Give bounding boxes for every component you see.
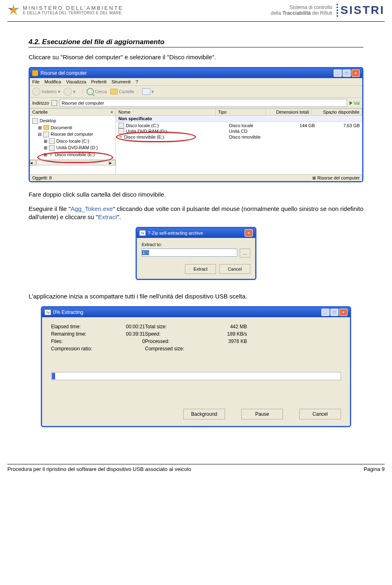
- extract-title: 0% Extracting: [53, 309, 83, 315]
- folders-scrollbar[interactable]: ◂▸: [30, 159, 116, 166]
- extract-close-button[interactable]: ×: [339, 309, 347, 316]
- menu-help[interactable]: ?: [136, 79, 138, 84]
- folders-pane: Cartelle× Desktop ⊞ Documenti ⊟ Risorse …: [30, 109, 116, 174]
- total-label: Total size:: [145, 324, 206, 329]
- list-row-c[interactable]: Disco locale (C:)Disco locale144 GB7,63 …: [116, 123, 362, 128]
- section-heading: 4.2. Esecuzione del file di aggiornament…: [29, 38, 363, 47]
- link-extract: Extract: [98, 213, 117, 220]
- remaining-value: 00:39:31: [104, 331, 145, 337]
- address-label: Indirizzo: [32, 101, 49, 105]
- files-label: Files:: [51, 338, 104, 344]
- col-type[interactable]: Tipo: [216, 109, 266, 115]
- tree-desktop[interactable]: Desktop: [32, 117, 113, 124]
- sfx-titlebar[interactable]: 7z 7-Zip self-extracting archive ×: [137, 228, 255, 238]
- sistri-logo: SISTRI: [336, 4, 385, 17]
- sfx-close-button[interactable]: ×: [245, 229, 253, 237]
- sfx-extract-button[interactable]: Extract: [185, 264, 216, 274]
- sistri-line2: della Tracciabilità dei Rifiuti: [271, 10, 332, 16]
- files-value: 0: [104, 338, 145, 344]
- tree-dvd[interactable]: ⊞ Unità DVD-RAM (D:): [32, 144, 113, 151]
- ministry-line1: MINISTERO DELL'AMBIENTE: [23, 5, 123, 11]
- folders-button[interactable]: Cartelle: [110, 89, 134, 94]
- sfx-title-text: 7-Zip self-extracting archive: [148, 231, 203, 235]
- sistri-block: Sistema di controllo della Tracciabilità…: [271, 4, 385, 17]
- ministry-block: MINISTERO DELL'AMBIENTE E DELLA TUTELA D…: [7, 3, 123, 17]
- back-button[interactable]: Indietro ▾: [32, 87, 60, 96]
- content: 4.2. Esecuzione del file di aggiornament…: [0, 22, 392, 439]
- folders-pane-close-icon[interactable]: ×: [111, 110, 113, 114]
- processed-label: Processed:: [145, 338, 206, 344]
- views-button[interactable]: ▾: [142, 88, 154, 95]
- extract-icon: 7z: [45, 309, 51, 315]
- ministry-logo-icon: [7, 3, 20, 17]
- speed-value: 189 KB/s: [206, 331, 247, 337]
- extract-dialog: 7z 0% Extracting _ □ × Elapsed time:00:0…: [41, 306, 351, 427]
- list-group: Non specificato: [116, 116, 362, 122]
- search-button[interactable]: Cerca: [87, 88, 107, 95]
- explorer-title: Risorse del computer: [40, 70, 87, 76]
- explorer-statusbar: Oggetti: 8 🖥 Risorse del computer: [30, 174, 362, 181]
- sfx-browse-button[interactable]: ...: [240, 249, 250, 258]
- tree-documenti[interactable]: ⊞ Documenti: [32, 124, 113, 131]
- menu-view[interactable]: Visualizza: [66, 79, 86, 84]
- col-dim[interactable]: Dimensioni totali: [266, 109, 312, 115]
- extract-stats: Elapsed time:00:00:21 Total size:442 MB …: [51, 324, 341, 352]
- page-header: MINISTERO DELL'AMBIENTE E DELLA TUTELA D…: [0, 0, 392, 21]
- total-value: 442 MB: [206, 324, 247, 329]
- explorer-menubar: File Modifica Visualizza Preferiti Strum…: [30, 78, 362, 86]
- processed-value: 3976 KB: [206, 338, 247, 344]
- address-input[interactable]: [60, 99, 347, 107]
- sfx-path-input[interactable]: E:\: [142, 249, 237, 257]
- extract-minimize-button[interactable]: _: [321, 309, 330, 316]
- list-row-rimovibile[interactable]: ★Disco rimovibile (E:)Disco rimovibile: [116, 134, 362, 139]
- tree-risorse[interactable]: ⊟ Risorse del computer: [32, 131, 113, 138]
- tree-disco-c[interactable]: ⊞ Disco locale (C:): [32, 138, 113, 145]
- speed-label: Speed:: [145, 331, 206, 337]
- menu-edit[interactable]: Modifica: [45, 79, 61, 84]
- link-agg-token: Agg_Token.exe: [71, 205, 113, 212]
- sfx-icon: 7z: [139, 230, 146, 236]
- status-location: 🖥 Risorse del computer: [312, 175, 360, 180]
- extract-pause-button[interactable]: Pause: [241, 409, 283, 419]
- extract-cancel-button[interactable]: Cancel: [299, 409, 341, 419]
- extract-maximize-button[interactable]: □: [330, 309, 339, 316]
- status-objects: Oggetti: 8: [32, 175, 52, 180]
- explorer-addressbar: Indirizzo Vai: [30, 98, 362, 108]
- paragraph-4: L'applicazione inizia a scompattare tutt…: [29, 292, 363, 300]
- minimize-button[interactable]: _: [334, 69, 342, 77]
- col-free[interactable]: Spazio disponibile: [312, 109, 362, 115]
- close-button[interactable]: ×: [352, 69, 360, 77]
- tree-rimovibile[interactable]: ⊞ ★Disco rimovibile (E:): [32, 151, 113, 158]
- remaining-label: Remaining time:: [51, 331, 104, 337]
- sistri-line1: Sistema di controllo: [271, 4, 332, 10]
- address-icon: [51, 100, 57, 106]
- col-name[interactable]: Nome: [116, 109, 216, 115]
- extract-titlebar[interactable]: 7z 0% Extracting _ □ ×: [42, 307, 350, 317]
- sfx-extract-label: Extract to:: [142, 242, 250, 247]
- forward-button[interactable]: ▾: [64, 87, 76, 96]
- paragraph-3: Eseguire il file "Agg_Token.exe" cliccan…: [29, 205, 363, 222]
- explorer-titlebar[interactable]: Risorse del computer _ □ ×: [30, 68, 362, 78]
- compratio-label: Compression ratio:: [51, 346, 104, 352]
- footer-right: Pagina 9: [364, 466, 385, 472]
- go-button[interactable]: Vai: [350, 101, 360, 105]
- compsize-label: Compressed size:: [145, 346, 206, 352]
- sfx-cancel-button[interactable]: Cancel: [219, 264, 250, 274]
- compratio-value: [104, 346, 145, 352]
- extract-background-button[interactable]: Background: [183, 409, 225, 419]
- explorer-toolbar: Indietro ▾ ▾ | Cerca Cartelle | ▾: [30, 86, 362, 98]
- elapsed-value: 00:00:21: [104, 324, 145, 329]
- maximize-button[interactable]: □: [343, 69, 351, 77]
- sfx-dialog: 7z 7-Zip self-extracting archive × Extra…: [136, 227, 256, 280]
- list-pane: Nome Tipo Dimensioni totali Spazio dispo…: [116, 109, 362, 174]
- paragraph-2: Fare doppio click sulla cartella del dis…: [29, 191, 363, 199]
- menu-favorites[interactable]: Preferiti: [91, 79, 107, 84]
- ministry-line2: E DELLA TUTELA DEL TERRITORIO E DEL MARE: [23, 11, 123, 16]
- explorer-window-icon: [32, 70, 38, 76]
- list-header: Nome Tipo Dimensioni totali Spazio dispo…: [116, 109, 362, 116]
- explorer-window: Risorse del computer _ □ × File Modifica…: [29, 67, 363, 182]
- menu-tools[interactable]: Strumenti: [111, 79, 131, 84]
- list-row-dvd[interactable]: Unità DVD-RAM (D:)Unità CD: [116, 128, 362, 134]
- footer-left: Procedura per il ripristino del software…: [7, 466, 191, 472]
- menu-file[interactable]: File: [32, 79, 40, 84]
